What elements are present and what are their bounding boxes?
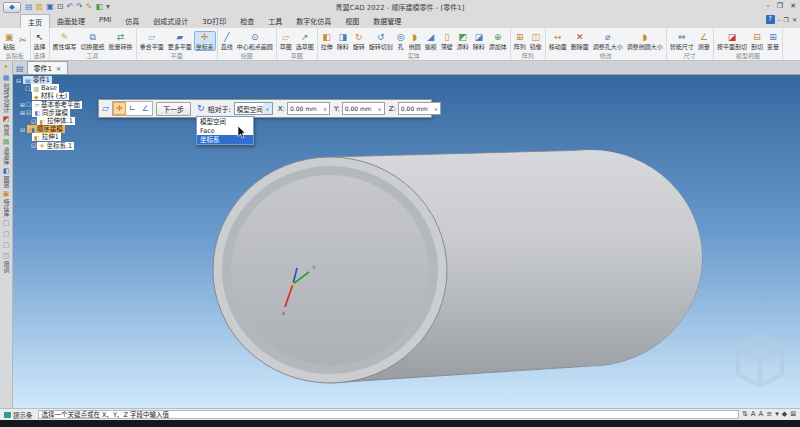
ribbon-button[interactable]: ↗ 选草图 xyxy=(294,31,316,51)
ribbon-button[interactable]: ◩ 添料 xyxy=(455,31,471,51)
ribbon-button[interactable]: ✎ 属性填写 xyxy=(51,31,79,51)
dock-feature-library[interactable]: ▣ 特征库 xyxy=(1,190,11,217)
ribbon-button[interactable]: ◗ 调整倒圆大小 xyxy=(625,31,665,51)
ribbon-tab[interactable]: PMI xyxy=(92,14,118,28)
app-menu-button[interactable]: ◆ xyxy=(3,2,21,13)
tree-checkbox[interactable]: ☐ xyxy=(25,85,30,92)
text-scale-small-icon[interactable]: A xyxy=(759,410,764,419)
tree-expander-icon[interactable]: ⊟ xyxy=(16,77,21,84)
ribbon-button[interactable]: ∠ 测量 xyxy=(696,31,712,51)
ribbon-tab[interactable]: 数据管理 xyxy=(366,14,408,28)
tree-row[interactable]: ◧ 拉伸1 xyxy=(16,133,82,141)
ribbon-tab[interactable]: 数字化仿真 xyxy=(289,14,338,28)
tree-row[interactable]: ⊟ ▤ 零件1 xyxy=(16,76,82,84)
qat-more-icon[interactable]: ▾ xyxy=(106,2,110,12)
status-marker-icon[interactable]: ◆ xyxy=(782,410,787,419)
dock-tool-1[interactable]: ▢ xyxy=(3,219,10,228)
edit-icon[interactable]: ✎ xyxy=(86,2,93,12)
document-icon[interactable]: ▤ xyxy=(16,64,24,73)
ribbon-button[interactable]: ◗ 倒圆 xyxy=(407,31,423,51)
next-step-button[interactable]: 下一步 xyxy=(156,102,191,116)
ribbon-tab[interactable]: 3D打印 xyxy=(195,14,233,28)
doc-minimize-button[interactable]: – xyxy=(778,15,781,24)
dock-layers[interactable]: ◧ 图层 xyxy=(1,167,11,188)
tree-row[interactable]: ◆ 材料 (无) xyxy=(16,92,82,100)
tree-expander-icon[interactable]: ⊞ xyxy=(20,109,25,116)
ribbon-button[interactable]: ◎ 孔 xyxy=(395,31,407,51)
tree-checkbox[interactable]: ☑ xyxy=(31,118,36,125)
save-icon[interactable]: ▣ xyxy=(46,2,54,12)
status-close-icon[interactable]: ⊠ xyxy=(790,410,796,419)
key-icon[interactable]: ✦ xyxy=(3,63,9,72)
new-icon[interactable]: ▤ xyxy=(25,2,33,12)
ribbon-button[interactable]: ⊞ 阵列 xyxy=(512,31,528,51)
close-button[interactable]: ✕ xyxy=(790,1,796,12)
ribbon-button[interactable]: ✕ 删除面 xyxy=(569,31,591,51)
plane-mode-icon[interactable]: ∟ xyxy=(126,102,139,115)
tree-checkbox[interactable]: ☑ xyxy=(31,142,36,149)
chevron-down-icon[interactable]: ∨ xyxy=(376,106,384,112)
relative-to-combobox[interactable]: 模型空间 ∨ xyxy=(234,102,273,115)
tab-close-icon[interactable]: ✕ xyxy=(56,65,61,72)
tree-expander-icon[interactable]: ⊞ xyxy=(20,101,25,108)
dropdown-option[interactable]: 模型空间 xyxy=(197,117,253,126)
ribbon-button[interactable]: ✂ xyxy=(17,34,29,47)
tree-row[interactable]: ☑ ◧ 拉伸体.1 xyxy=(16,117,82,125)
coordinate-input[interactable]: 0.00 mm ∨ xyxy=(287,102,330,115)
cylinder-model[interactable]: x Y xyxy=(13,75,800,408)
ribbon-tab[interactable]: 主页 xyxy=(20,14,50,28)
tree-checkbox[interactable]: ☐ xyxy=(26,101,31,108)
ribbon-button[interactable]: ╱ 直线 xyxy=(219,31,235,51)
chevron-down-icon[interactable]: ∨ xyxy=(432,106,440,112)
chevron-down-icon[interactable]: ∨ xyxy=(321,106,329,112)
ribbon-button[interactable]: ▱ 重合平面 xyxy=(138,31,166,51)
ribbon-button[interactable]: ◪ 按平面剖切 xyxy=(715,31,749,51)
reorient-icon[interactable]: ↻ xyxy=(197,103,205,114)
ribbon-button[interactable]: ⊙ 中心和点画圆 xyxy=(235,31,275,51)
ribbon-button[interactable]: ⊞ 变量 xyxy=(765,31,781,51)
ribbon-button[interactable]: ⌀ 调整孔大小 xyxy=(591,31,625,51)
ribbon-tab[interactable]: 视图 xyxy=(338,14,366,28)
chevron-down-icon[interactable]: ∨ xyxy=(263,103,272,114)
angle-mode-icon[interactable]: ∠ xyxy=(139,102,152,115)
ribbon-button[interactable]: ↔ 移动面 xyxy=(547,31,569,51)
tree-row[interactable]: ⊞ ☐ ▱ 基本参考平面 xyxy=(16,101,82,109)
ribbon-button[interactable]: ▰ 更多平面 xyxy=(166,31,194,51)
ribbon-button[interactable]: ◢ 拔模 xyxy=(423,31,439,51)
keypoint-mode-icon[interactable]: ✛ xyxy=(113,102,126,115)
doc-close-button[interactable]: ✕ xyxy=(792,15,797,24)
undo-icon[interactable]: ↶ xyxy=(66,2,73,12)
tree-row[interactable]: ☑ ✛ 坐标系.1 xyxy=(16,142,82,150)
status-caret-icon[interactable]: ▾ xyxy=(775,410,779,419)
tree-row[interactable]: ⊞ ☑ ◧ 同步建模 xyxy=(16,109,82,117)
text-scale-large-icon[interactable]: A xyxy=(751,410,756,419)
ribbon-button[interactable]: ▯ 薄壁 xyxy=(439,31,455,51)
open-icon[interactable]: ▥ xyxy=(36,2,44,12)
document-tab[interactable]: 零件1 ✕ xyxy=(27,61,69,74)
prompt-bar-button[interactable]: 提示条 xyxy=(2,410,35,420)
dock-tool-2[interactable]: ▢ xyxy=(3,230,10,239)
ribbon-tab[interactable]: 曲面处理 xyxy=(50,14,92,28)
ribbon-button[interactable]: ⊕ 添加体 xyxy=(487,31,509,51)
status-spinner-icon[interactable]: ⇅ xyxy=(742,410,748,419)
dock-simulation[interactable]: ◩ 仿真 xyxy=(1,115,11,136)
ribbon-tab[interactable]: 仿真 xyxy=(118,14,146,28)
help-icon[interactable]: ? xyxy=(766,15,775,24)
ribbon-button[interactable]: ▱ 草图 xyxy=(278,31,294,51)
ribbon-button[interactable]: ◨ 除料 xyxy=(335,31,351,51)
ribbon-button[interactable]: ◪ 除料 xyxy=(471,31,487,51)
ribbon-button[interactable]: ◫ 镜像 xyxy=(528,31,544,51)
ribbon-button[interactable]: ↺ 旋转切割 xyxy=(367,31,395,51)
tree-checkbox[interactable]: ☑ xyxy=(26,109,31,116)
ribbon-tab[interactable]: 检查 xyxy=(233,14,261,28)
ribbon-button[interactable]: ▣ 粘贴 xyxy=(1,31,17,51)
ribbon-button[interactable]: ⇄ 批量转换 xyxy=(107,31,135,51)
style-icon[interactable]: ◧ xyxy=(96,2,104,12)
ribbon-button[interactable]: ⊟ 剖切 xyxy=(749,31,765,51)
print-icon[interactable]: ⊡ xyxy=(57,2,64,12)
command-options-icon[interactable]: ▱ xyxy=(102,103,109,114)
dock-tool-3[interactable]: ▢ xyxy=(3,241,10,250)
ribbon-button[interactable]: ⇔ 智能尺寸 xyxy=(668,31,696,51)
ribbon-tab[interactable]: 创成式设计 xyxy=(146,14,195,28)
dock-generative-design[interactable]: ▦ 创成式设计 xyxy=(1,74,11,113)
